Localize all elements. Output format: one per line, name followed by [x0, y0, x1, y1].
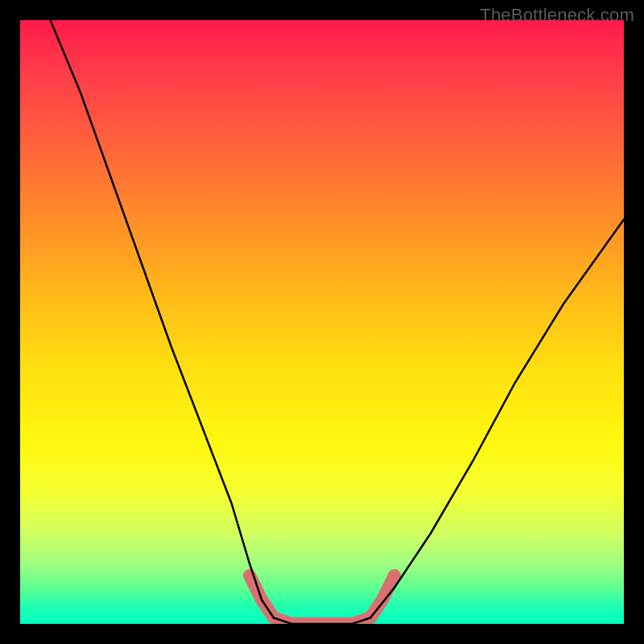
right-curve-path: [370, 220, 624, 618]
watermark-text: TheBottleneck.com: [480, 5, 634, 26]
left-curve-path: [51, 20, 275, 618]
chart-lines: [20, 20, 624, 624]
trough-highlight-path: [250, 576, 394, 624]
